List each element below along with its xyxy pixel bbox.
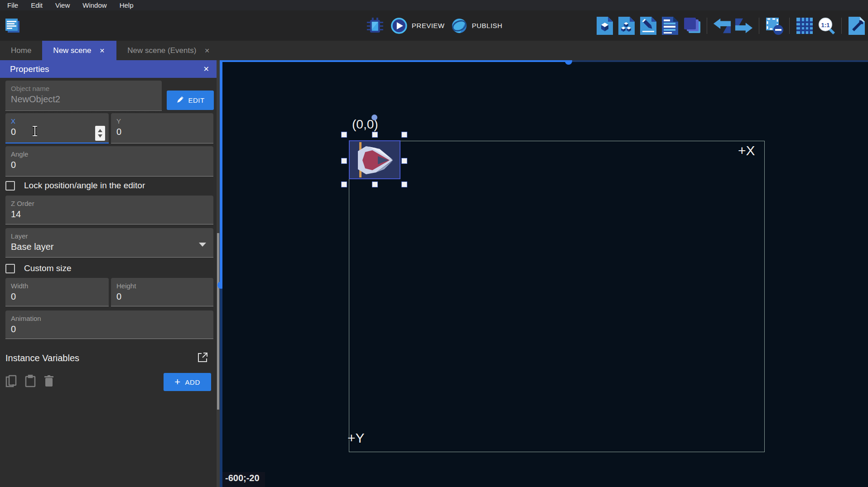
angle-field-value: 0	[11, 158, 208, 172]
spinner-down-icon[interactable]	[98, 134, 102, 138]
cursor-coordinates-readout: -600;-20	[222, 472, 265, 487]
toolbar-separator	[789, 18, 790, 34]
height-value: 0	[116, 290, 208, 303]
debugger-icon[interactable]	[366, 15, 385, 36]
x-field-value: 0	[11, 125, 103, 138]
project-manager-icon[interactable]	[4, 17, 22, 35]
editor-tab-bar: Home New scene ✕ New scene (Events) ✕	[0, 41, 868, 60]
selection-handle-middle-right[interactable]	[401, 158, 407, 164]
menu-view[interactable]: View	[49, 0, 76, 10]
selection-handle-top-center[interactable]	[372, 132, 378, 138]
animation-value: 0	[11, 322, 208, 336]
z-order-field[interactable]: Z Order 14	[5, 196, 213, 224]
add-button-label: ADD	[185, 378, 200, 386]
edit-object-button[interactable]: EDIT	[167, 91, 214, 110]
menu-edit[interactable]: Edit	[24, 0, 49, 10]
layer-value: Base layer	[11, 240, 208, 253]
toolbar-separator	[759, 18, 759, 34]
y-field-label: Y	[116, 117, 208, 125]
publish-icon	[451, 18, 467, 34]
custom-size-label: Custom size	[24, 263, 72, 273]
width-field[interactable]: Width 0	[5, 278, 109, 306]
selection-handle-bottom-center[interactable]	[372, 181, 378, 187]
selection-handle-bottom-right[interactable]	[401, 181, 407, 187]
preview-label: PREVIEW	[412, 22, 445, 29]
properties-panel-header[interactable]: Properties ✕	[0, 60, 217, 78]
open-in-new-icon[interactable]	[197, 352, 208, 365]
z-order-label: Z Order	[11, 200, 208, 207]
lock-position-checkbox[interactable]	[5, 181, 15, 191]
scene-editor-canvas[interactable]: (0,0) +X +Y -600;-20	[222, 60, 868, 487]
menu-file[interactable]: File	[1, 0, 24, 10]
pencil-icon	[176, 96, 183, 104]
object-name-value: NewObject2	[11, 92, 156, 106]
properties-panel-icon[interactable]	[639, 15, 658, 36]
panel-title: Properties	[10, 64, 49, 74]
x-position-field[interactable]: X 0	[5, 113, 109, 143]
x-axis-label: +X	[738, 143, 755, 158]
layers-panel-icon[interactable]	[682, 15, 701, 36]
spaceship-sprite[interactable]	[349, 140, 400, 179]
y-field-value: 0	[116, 125, 208, 138]
object-name-label: Object name	[11, 85, 156, 92]
clear-selection-icon[interactable]	[765, 15, 784, 36]
tab-new-scene[interactable]: New scene ✕	[42, 41, 116, 60]
menu-help[interactable]: Help	[113, 0, 140, 10]
y-axis-label: +Y	[347, 430, 365, 446]
close-icon[interactable]: ✕	[98, 46, 106, 55]
zoom-original-icon[interactable]: 1:1	[817, 15, 836, 36]
copy-icon[interactable]	[5, 375, 17, 389]
tab-new-scene-events[interactable]: New scene (Events) ✕	[116, 41, 222, 60]
grid-icon[interactable]	[795, 15, 814, 36]
selection-handle-middle-left[interactable]	[341, 158, 347, 164]
publish-button[interactable]: PUBLISH	[451, 18, 502, 34]
splitter-drag-handle[interactable]	[565, 60, 572, 65]
trash-icon[interactable]	[43, 375, 54, 389]
animation-field[interactable]: Animation 0	[5, 310, 213, 339]
height-field[interactable]: Height 0	[111, 278, 213, 306]
x-field-label: X	[11, 117, 103, 125]
svg-text:1:1: 1:1	[821, 22, 830, 29]
menu-bar: File Edit View Window Help	[0, 0, 868, 10]
object-name-field: Object name NewObject2	[5, 81, 162, 111]
y-position-field[interactable]: Y 0	[111, 113, 213, 143]
properties-panel: Properties ✕ Object name NewObject2 EDIT	[0, 60, 217, 487]
lock-position-label: Lock position/angle in the editor	[24, 181, 145, 191]
rotate-handle[interactable]	[371, 115, 377, 120]
scene-settings-icon[interactable]	[847, 15, 866, 36]
tab-label: New scene	[53, 46, 91, 55]
object-groups-icon[interactable]	[617, 15, 636, 36]
panel-scrollbar-track[interactable]	[217, 60, 220, 487]
paste-icon[interactable]	[24, 375, 36, 389]
tab-home[interactable]: Home	[0, 41, 42, 60]
x-field-spinner[interactable]	[95, 126, 105, 141]
angle-field[interactable]: Angle 0	[5, 146, 213, 177]
panel-scrollbar-thumb[interactable]	[217, 233, 219, 410]
width-value: 0	[11, 290, 103, 303]
publish-label: PUBLISH	[472, 22, 502, 29]
undo-icon[interactable]	[713, 15, 732, 36]
objects-panel-icon[interactable]	[595, 15, 614, 36]
preview-button[interactable]: PREVIEW	[391, 18, 445, 34]
animation-label: Animation	[11, 315, 208, 322]
add-variable-button[interactable]: + ADD	[164, 373, 211, 391]
layer-dropdown[interactable]: Layer Base layer	[5, 228, 213, 258]
preview-play-icon	[391, 18, 407, 34]
menu-window[interactable]: Window	[76, 0, 113, 10]
redo-icon[interactable]	[734, 15, 753, 36]
splitter-line	[569, 60, 868, 62]
game-window-frame	[349, 141, 765, 452]
selection-handle-top-right[interactable]	[401, 132, 407, 138]
custom-size-checkbox[interactable]	[5, 264, 15, 273]
z-order-value: 14	[11, 207, 208, 221]
close-icon[interactable]: ✕	[203, 46, 211, 55]
close-icon[interactable]: ✕	[203, 65, 209, 73]
instance-variables-title: Instance Variables	[5, 353, 79, 363]
selection-handle-top-left[interactable]	[341, 132, 347, 138]
tab-label: Home	[11, 46, 31, 55]
main-toolbar: PREVIEW PUBLISH	[0, 10, 868, 41]
chevron-down-icon[interactable]	[199, 243, 206, 247]
instances-list-icon[interactable]	[661, 15, 680, 36]
spinner-up-icon[interactable]	[98, 129, 102, 132]
selection-handle-bottom-left[interactable]	[341, 181, 347, 187]
